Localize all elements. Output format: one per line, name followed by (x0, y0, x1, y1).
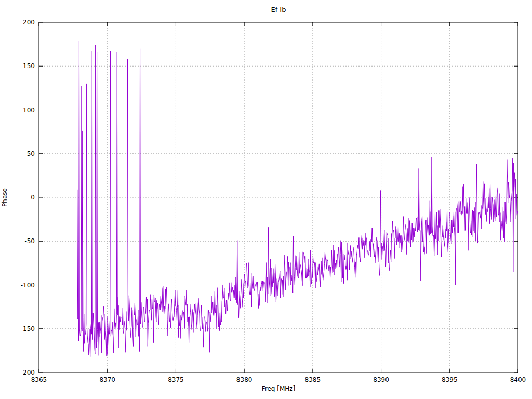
chart-title: Ef-Ib (271, 6, 286, 14)
chart-window: 83658370837583808385839083958400-200-150… (0, 0, 532, 399)
y-tick-label: 0 (31, 194, 35, 201)
x-tick-label: 8395 (442, 376, 458, 383)
x-axis-label: Freq [MHz] (262, 385, 296, 392)
x-tick-label: 8370 (99, 376, 115, 383)
y-axis-label: Phase (1, 188, 8, 207)
data-line (77, 41, 518, 356)
y-tick-label: 150 (23, 62, 35, 70)
x-tick-label: 8390 (373, 376, 389, 383)
x-tick-label: 8385 (305, 376, 321, 383)
x-tick-label: 8375 (168, 376, 184, 383)
y-tick-label: -50 (24, 237, 35, 245)
y-tick-label: -100 (21, 282, 35, 289)
x-tick-label: 8380 (236, 376, 252, 383)
phase-plot: 83658370837583808385839083958400-200-150… (0, 0, 532, 399)
y-tick-label: -200 (21, 369, 35, 376)
y-tick-label: 50 (27, 150, 35, 157)
y-tick-label: 100 (23, 107, 35, 114)
y-tick-label: 200 (23, 19, 35, 26)
y-tick-label: -150 (21, 325, 35, 332)
x-tick-label: 8365 (31, 376, 47, 383)
x-tick-label: 8400 (510, 376, 526, 383)
